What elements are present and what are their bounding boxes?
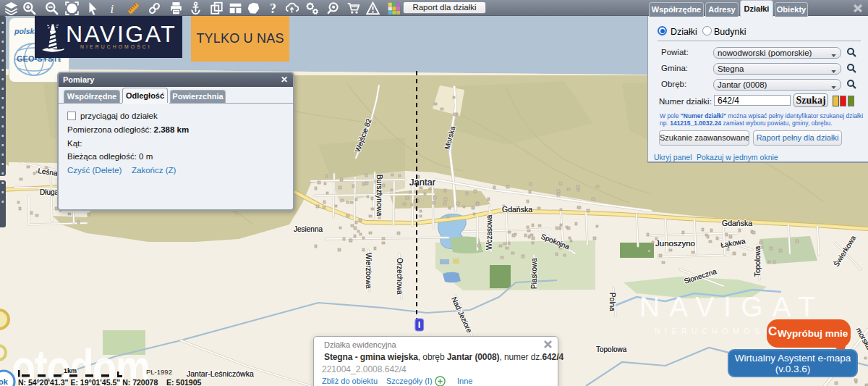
svg-text:Jantar-Leśniczówka: Jantar-Leśniczówka bbox=[187, 369, 254, 378]
svg-text:?: ? bbox=[270, 1, 276, 15]
svg-text:Gdańska: Gdańska bbox=[722, 219, 752, 227]
svg-text:Orzechowa: Orzechowa bbox=[396, 258, 404, 295]
svg-text:NAVIGAT: NAVIGAT bbox=[639, 291, 825, 322]
svg-text:Piaskowa: Piaskowa bbox=[530, 258, 538, 289]
svg-text:Wczasowa: Wczasowa bbox=[485, 214, 493, 250]
svg-text:1km: 1km bbox=[64, 367, 77, 374]
svg-text:Topolowa: Topolowa bbox=[754, 246, 762, 277]
svg-text:Topolowa: Topolowa bbox=[596, 345, 627, 353]
svg-text:Wierzbowa: Wierzbowa bbox=[365, 253, 373, 289]
svg-text:ok: ok bbox=[0, 377, 9, 386]
svg-text:Długa: Długa bbox=[40, 188, 59, 196]
svg-text:Junoszyno: Junoszyno bbox=[655, 239, 695, 248]
svg-text:Polna: Polna bbox=[608, 293, 616, 311]
svg-text:Jesienna: Jesienna bbox=[294, 225, 323, 233]
svg-text:Jantar: Jantar bbox=[409, 177, 436, 188]
svg-text:NIERUCHOMOŚCI: NIERUCHOMOŚCI bbox=[655, 327, 781, 335]
svg-text:PL-1992: PL-1992 bbox=[146, 368, 172, 376]
svg-text:i: i bbox=[111, 2, 114, 15]
svg-text:Gdańska: Gdańska bbox=[502, 205, 532, 214]
svg-text:Bursztynowa: Bursztynowa bbox=[375, 175, 383, 217]
svg-text:N: 54°20'41.3" E: 19°01'45.5": N: 54°20'41.3" E: 19°01'45.5" N: 720078 … bbox=[18, 378, 202, 386]
